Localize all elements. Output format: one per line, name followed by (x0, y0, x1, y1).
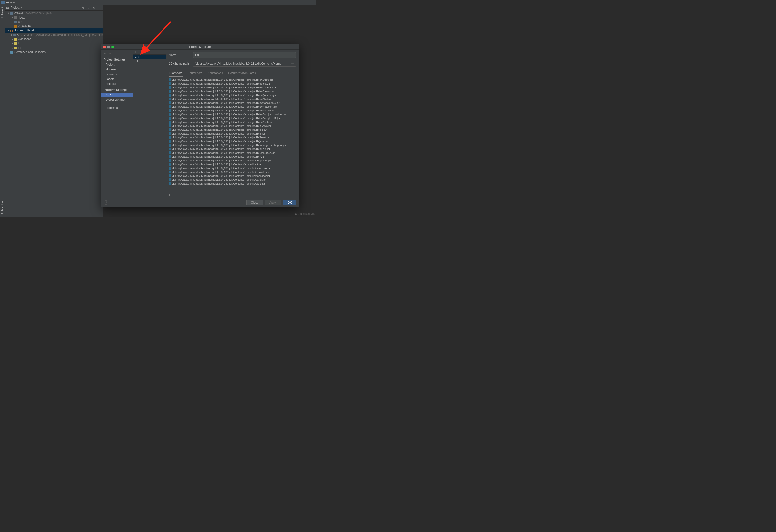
nav-item-global-libraries[interactable]: Global Libraries (101, 97, 133, 102)
classpath-row[interactable]: /Library/Java/JavaVirtualMachines/jdk1.8… (166, 78, 299, 82)
expand-arrow-icon[interactable]: ▼ (7, 29, 10, 32)
classpath-row[interactable]: /Library/Java/JavaVirtualMachines/jdk1.8… (166, 85, 299, 89)
classpath-row[interactable]: /Library/Java/JavaVirtualMachines/jdk1.8… (166, 159, 299, 163)
tree-item-src[interactable]: src (5, 20, 103, 24)
sdk-detail-panel: Name: 1.8 JDK home path: /Library/Java/J… (166, 50, 299, 198)
classpath-row[interactable]: /Library/Java/JavaVirtualMachines/jdk1.8… (166, 112, 299, 116)
left-tool-strip: 1: Project 2: Favorites (0, 5, 5, 217)
sdk-item[interactable]: 1.8 (133, 54, 166, 59)
expand-arrow-icon[interactable]: ▼ (7, 12, 10, 14)
nav-item-modules[interactable]: Modules (101, 67, 133, 72)
classpath-row[interactable]: /Library/Java/JavaVirtualMachines/jdk1.8… (166, 124, 299, 128)
nav-item-artifacts[interactable]: Artifacts (101, 81, 133, 86)
classpath-row[interactable]: /Library/Java/JavaVirtualMachines/jdk1.8… (166, 170, 299, 174)
classpath-row[interactable]: /Library/Java/JavaVirtualMachines/jdk1.8… (166, 182, 299, 186)
nav-item-libraries[interactable]: Libraries (101, 72, 133, 77)
nav-forward-icon[interactable]: → (109, 52, 111, 55)
jar-icon (169, 113, 171, 116)
classpath-row[interactable]: /Library/Java/JavaVirtualMachines/jdk1.8… (166, 105, 299, 108)
tree-item-lib[interactable]: ▶ lib (5, 41, 103, 46)
project-tool-tab[interactable]: 1: Project (1, 5, 4, 21)
expand-arrow-icon[interactable]: ▶ (11, 42, 13, 45)
classpath-list[interactable]: /Library/Java/JavaVirtualMachines/jdk1.8… (166, 77, 299, 192)
classpath-row[interactable]: /Library/Java/JavaVirtualMachines/jdk1.8… (166, 128, 299, 132)
classpath-row[interactable]: /Library/Java/JavaVirtualMachines/jdk1.8… (166, 178, 299, 182)
add-classpath-icon[interactable]: + (169, 193, 170, 197)
classpath-row[interactable]: /Library/Java/JavaVirtualMachines/jdk1.8… (166, 151, 299, 155)
tree-root[interactable]: ▼ e9java ~/work/project/e9java (5, 11, 103, 15)
expand-arrow-icon[interactable]: ▶ (11, 34, 13, 36)
jar-icon (169, 155, 171, 158)
tree-item-idea[interactable]: ▶ .idea (5, 15, 103, 20)
classpath-row[interactable]: /Library/Java/JavaVirtualMachines/jdk1.8… (166, 143, 299, 147)
sdk-tabs: Classpath Sourcepath Annotations Documen… (166, 70, 299, 77)
tab-classpath[interactable]: Classpath (169, 70, 183, 77)
name-field[interactable]: 1.8 (193, 52, 296, 58)
breadcrumb-project[interactable]: e9java (6, 1, 15, 4)
hide-icon[interactable]: — (98, 6, 101, 10)
remove-classpath-icon[interactable]: − (174, 193, 176, 197)
classpath-row[interactable]: /Library/Java/JavaVirtualMachines/jdk1.8… (166, 155, 299, 159)
classpath-row[interactable]: /Library/Java/JavaVirtualMachines/jdk1.8… (166, 97, 299, 101)
classpath-row[interactable]: /Library/Java/JavaVirtualMachines/jdk1.8… (166, 136, 299, 140)
favorites-tool-tab[interactable]: 2: Favorites (1, 198, 4, 217)
close-window-icon[interactable] (103, 46, 106, 48)
tree-item-external-libraries[interactable]: ▼ ⫿⫿ External Libraries (5, 28, 103, 33)
classpath-row[interactable]: /Library/Java/JavaVirtualMachines/jdk1.8… (166, 166, 299, 170)
classpath-row[interactable]: /Library/Java/JavaVirtualMachines/jdk1.8… (166, 89, 299, 93)
jar-icon (169, 90, 171, 93)
help-icon[interactable]: ? (104, 200, 109, 205)
sdk-label: 11 (135, 59, 138, 63)
classpath-row[interactable]: /Library/Java/JavaVirtualMachines/jdk1.8… (166, 93, 299, 97)
remove-sdk-icon[interactable]: − (139, 50, 140, 54)
tree-item-lib1[interactable]: ▶ lib1 (5, 46, 103, 50)
classpath-row[interactable]: /Library/Java/JavaVirtualMachines/jdk1.8… (166, 120, 299, 124)
classpath-text: /Library/Java/JavaVirtualMachines/jdk1.8… (172, 178, 266, 181)
project-view-label[interactable]: Project (11, 6, 19, 9)
classpath-row[interactable]: /Library/Java/JavaVirtualMachines/jdk1.8… (166, 147, 299, 151)
tree-label: .idea (18, 16, 24, 19)
jar-icon (169, 178, 171, 181)
tree-item-classbean[interactable]: ▶ classbean (5, 37, 103, 41)
nav-back-icon[interactable]: ← (103, 52, 106, 55)
classpath-row[interactable]: /Library/Java/JavaVirtualMachines/jdk1.8… (166, 163, 299, 166)
tab-sourcepath[interactable]: Sourcepath (187, 70, 203, 77)
nav-item-problems[interactable]: Problems (101, 105, 133, 110)
zoom-window-icon[interactable] (111, 46, 114, 48)
home-path-field[interactable]: /Library/Java/JavaVirtualMachines/jdk1.8… (193, 61, 296, 66)
close-button[interactable]: Close (246, 200, 263, 206)
sdk-item[interactable]: 11 (133, 59, 166, 63)
jar-icon (169, 144, 171, 147)
classpath-row[interactable]: /Library/Java/JavaVirtualMachines/jdk1.8… (166, 132, 299, 136)
gear-icon[interactable]: ⚙ (92, 6, 96, 10)
minimize-window-icon[interactable] (107, 46, 110, 48)
dialog-titlebar[interactable]: Project Structure (101, 44, 299, 49)
classpath-row[interactable]: /Library/Java/JavaVirtualMachines/jdk1.8… (166, 116, 299, 120)
chevron-down-icon[interactable]: ▼ (20, 6, 23, 9)
add-sdk-icon[interactable]: + (134, 50, 136, 54)
locate-icon[interactable]: ⊕ (81, 6, 85, 10)
classpath-row[interactable]: /Library/Java/JavaVirtualMachines/jdk1.8… (166, 140, 299, 143)
nav-item-project[interactable]: Project (101, 62, 133, 67)
classpath-row[interactable]: /Library/Java/JavaVirtualMachines/jdk1.8… (166, 174, 299, 178)
nav-item-sdks[interactable]: SDKs (101, 92, 133, 97)
tab-documentation[interactable]: Documentation Paths (228, 70, 256, 77)
apply-button[interactable]: Apply (265, 200, 281, 206)
classpath-row[interactable]: /Library/Java/JavaVirtualMachines/jdk1.8… (166, 101, 299, 105)
tab-annotations[interactable]: Annotations (207, 70, 223, 77)
classpath-text: /Library/Java/JavaVirtualMachines/jdk1.8… (172, 136, 270, 139)
ok-button[interactable]: OK (283, 200, 297, 206)
expand-arrow-icon[interactable]: ▶ (11, 47, 13, 49)
tree-item-scratches[interactable]: Scratches and Consoles (5, 50, 103, 54)
expand-arrow-icon[interactable]: ▶ (11, 16, 13, 19)
tree-label: e9java (14, 12, 23, 15)
tree-item-iml[interactable]: e9java.iml (5, 24, 103, 28)
classpath-row[interactable]: /Library/Java/JavaVirtualMachines/jdk1.8… (166, 108, 299, 112)
nav-item-facets[interactable]: Facets (101, 77, 133, 81)
expand-all-icon[interactable]: ⇵ (87, 6, 90, 10)
classpath-row[interactable]: /Library/Java/JavaVirtualMachines/jdk1.8… (166, 82, 299, 85)
browse-icon[interactable]: ▭ (290, 62, 294, 65)
tree-item-jdk[interactable]: ▶ < 1.8 > /Library/Java/JavaVirtualMachi… (5, 33, 103, 37)
expand-arrow-icon[interactable]: ▶ (11, 38, 13, 40)
tree-label: Scratches and Consoles (14, 50, 46, 54)
